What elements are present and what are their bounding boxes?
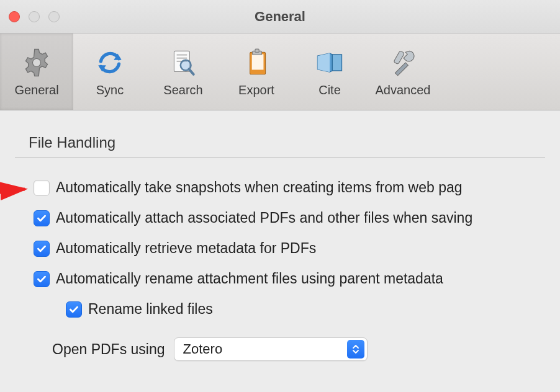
checkbox-rename-attachments[interactable] xyxy=(34,271,50,287)
open-pdfs-label: Open PDFs using xyxy=(52,341,165,358)
tab-label: General xyxy=(14,83,58,97)
tab-label: Advanced xyxy=(376,83,431,97)
file-handling-options: Automatically take snapshots when creati… xyxy=(15,158,545,361)
option-snapshots[interactable]: Automatically take snapshots when creati… xyxy=(34,179,545,196)
tab-label: Cite xyxy=(318,83,341,97)
cite-icon xyxy=(313,46,346,79)
titlebar: General xyxy=(0,0,560,33)
section-title: File Handling xyxy=(15,134,545,158)
checkbox-attach-pdfs[interactable] xyxy=(34,210,50,226)
svg-rect-11 xyxy=(394,51,405,65)
option-attach-pdfs[interactable]: Automatically attach associated PDFs and… xyxy=(34,210,545,226)
svg-rect-8 xyxy=(252,54,264,69)
toolbar: General Sync Search Export Cite Advanced xyxy=(0,33,560,110)
open-pdfs-row: Open PDFs using Zotero xyxy=(34,337,545,361)
advanced-icon xyxy=(386,46,420,79)
tab-advanced[interactable]: Advanced xyxy=(366,33,440,110)
window-title: General xyxy=(0,9,560,25)
tab-search[interactable]: Search xyxy=(147,33,220,110)
tab-cite[interactable]: Cite xyxy=(293,33,366,110)
tab-export[interactable]: Export xyxy=(220,33,293,110)
tab-label: Sync xyxy=(96,83,124,97)
tab-label: Search xyxy=(163,83,202,97)
option-label: Rename linked files xyxy=(88,301,213,318)
option-rename-linked[interactable]: Rename linked files xyxy=(34,301,545,318)
option-rename-attachments[interactable]: Automatically rename attachment files us… xyxy=(34,270,545,287)
tab-label: Export xyxy=(238,83,274,97)
option-retrieve-metadata[interactable]: Automatically retrieve metadata for PDFs xyxy=(34,240,545,257)
open-pdfs-select[interactable]: Zotero xyxy=(174,337,368,361)
select-value: Zotero xyxy=(183,341,347,357)
tab-general[interactable]: General xyxy=(0,33,73,110)
checkbox-snapshots[interactable] xyxy=(34,180,50,196)
svg-rect-10 xyxy=(255,49,259,52)
svg-point-0 xyxy=(33,59,41,67)
option-label: Automatically rename attachment files us… xyxy=(56,270,443,287)
checkbox-rename-linked[interactable] xyxy=(66,301,82,318)
option-label: Automatically attach associated PDFs and… xyxy=(56,210,472,226)
content-area: File Handling Automatically take snapsho… xyxy=(0,110,560,361)
checkbox-retrieve-metadata[interactable] xyxy=(34,241,50,257)
sync-icon xyxy=(93,46,127,79)
option-label: Automatically retrieve metadata for PDFs xyxy=(56,240,316,257)
gear-icon xyxy=(20,46,53,79)
chevron-updown-icon xyxy=(347,340,364,359)
export-icon xyxy=(240,46,273,79)
option-label: Automatically take snapshots when creati… xyxy=(56,179,463,196)
svg-line-6 xyxy=(189,69,193,74)
search-icon xyxy=(166,46,200,79)
tab-sync[interactable]: Sync xyxy=(73,33,147,110)
